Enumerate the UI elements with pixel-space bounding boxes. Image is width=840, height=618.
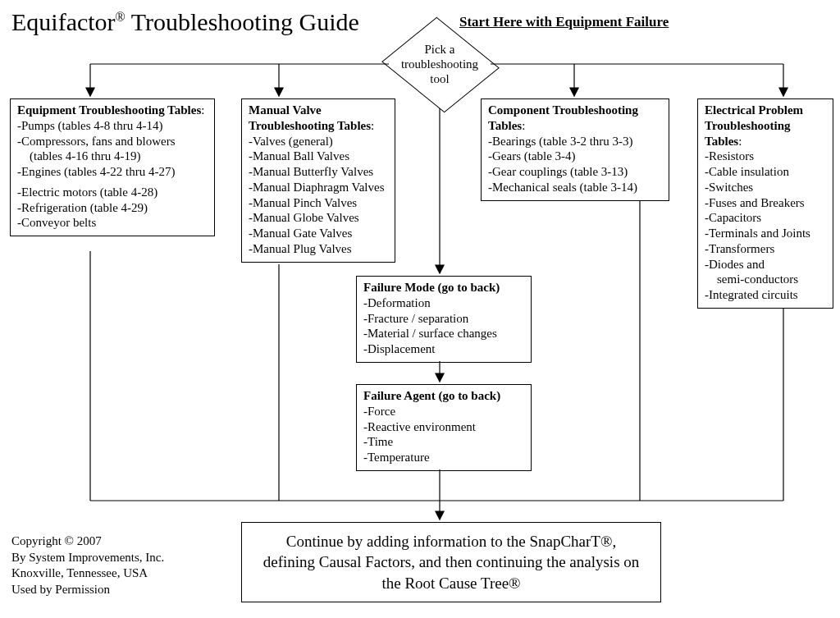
box-component-list: -Bearings (table 3-2 thru 3-3) -Gears (t… (488, 134, 662, 195)
list-item: -Manual Pinch Valves (249, 195, 388, 211)
box-failure-mode: Failure Mode (go to back) -Deformation -… (356, 276, 532, 363)
list-item: -Material / surface changes (363, 326, 524, 341)
registered-symbol: ® (116, 10, 126, 24)
list-item: -Manual Butterfly Valves (249, 164, 388, 180)
box-failure-agent-list: -Force -Reactive environment -Time -Temp… (363, 404, 524, 465)
list-item: -Electric motors (table 4-28) (17, 185, 208, 200)
list-item: -Pumps (tables 4-8 thru 4-14) (17, 118, 208, 134)
box-component: Component Troubleshooting Tables: -Beari… (481, 98, 669, 201)
copyright-line: Copyright © 2007 (11, 533, 164, 550)
list-item: -Integrated circuits (705, 287, 826, 303)
box-equipment: Equipment Troubleshooting Tables: -Pumps… (10, 98, 215, 236)
list-item: semi-conductors (705, 272, 826, 287)
title-suffix: Troubleshooting Guide (126, 8, 359, 35)
page-title: Equifactor® Troubleshooting Guide (11, 8, 359, 36)
list-item: -Refrigeration (table 4-29) (17, 200, 208, 216)
copyright-block: Copyright © 2007 By System Improvements,… (11, 533, 164, 597)
box-manual-valve: Manual Valve Troubleshooting Tables: -Va… (241, 98, 395, 263)
list-item: -Gear couplings (table 3-13) (488, 164, 662, 180)
box-equipment-list-top: -Pumps (tables 4-8 thru 4-14) -Compresso… (17, 118, 208, 180)
list-item: -Manual Gate Valves (249, 226, 388, 241)
copyright-line: By System Improvements, Inc. (11, 550, 164, 566)
list-item: -Manual Globe Valves (249, 210, 388, 226)
list-item: -Gears (table 3-4) (488, 149, 662, 164)
list-item: -Bearings (table 3-2 thru 3-3) (488, 134, 662, 149)
list-item: -Force (363, 404, 524, 419)
list-item: -Valves (general) (249, 134, 388, 149)
box-valve-heading: Manual Valve Troubleshooting Tables (249, 103, 371, 132)
list-item: -Terminals and Joints (705, 226, 826, 241)
list-item: -Cable insulation (705, 164, 826, 180)
list-item: -Engines (tables 4-22 thru 4-27) (17, 164, 208, 180)
box-equipment-heading: Equipment Troubleshooting Tables (17, 103, 201, 117)
list-item: -Diodes and (705, 257, 826, 272)
list-item: -Manual Diaphragm Valves (249, 180, 388, 195)
list-item: -Fracture / separation (363, 311, 524, 327)
box-final: Continue by adding information to the Sn… (241, 522, 661, 602)
box-failure-mode-heading: Failure Mode (go to back) (363, 280, 524, 295)
list-item: -Resistors (705, 149, 826, 164)
box-valve-list: -Valves (general) -Manual Ball Valves -M… (249, 134, 388, 257)
list-item: -Conveyor belts (17, 215, 208, 231)
list-item: -Deformation (363, 295, 524, 311)
list-item: -Transformers (705, 241, 826, 257)
box-electrical-heading: Electrical Problem Troubleshooting Table… (705, 103, 803, 148)
list-item: -Fuses and Breakers (705, 195, 826, 211)
copyright-line: Knoxville, Tennessee, USA (11, 565, 164, 582)
title-prefix: Equifactor (11, 8, 116, 35)
list-item: -Capacitors (705, 210, 826, 226)
list-item: -Temperature (363, 450, 524, 465)
box-electrical: Electrical Problem Troubleshooting Table… (697, 98, 833, 309)
list-item: -Reactive environment (363, 419, 524, 435)
copyright-line: Used by Permission (11, 582, 164, 598)
box-failure-agent-heading: Failure Agent (go to back) (363, 388, 524, 404)
box-failure-agent: Failure Agent (go to back) -Force -React… (356, 384, 532, 471)
box-failure-mode-list: -Deformation -Fracture / separation -Mat… (363, 295, 524, 357)
box-final-text: Continue by adding information to the Sn… (258, 531, 644, 594)
list-item: -Mechanical seals (table 3-14) (488, 180, 662, 195)
list-item: -Manual Plug Valves (249, 241, 388, 257)
box-equipment-list-bottom: -Electric motors (table 4-28) -Refrigera… (17, 185, 208, 231)
list-item: (tables 4-16 thru 4-19) (17, 149, 208, 164)
list-item: -Compressors, fans and blowers (17, 134, 208, 149)
list-item: -Time (363, 434, 524, 450)
box-electrical-list: -Resistors -Cable insulation -Switches -… (705, 149, 826, 303)
list-item: -Switches (705, 180, 826, 195)
box-component-heading: Component Troubleshooting Tables (488, 103, 638, 132)
list-item: -Manual Ball Valves (249, 149, 388, 164)
list-item: -Displacement (363, 341, 524, 357)
